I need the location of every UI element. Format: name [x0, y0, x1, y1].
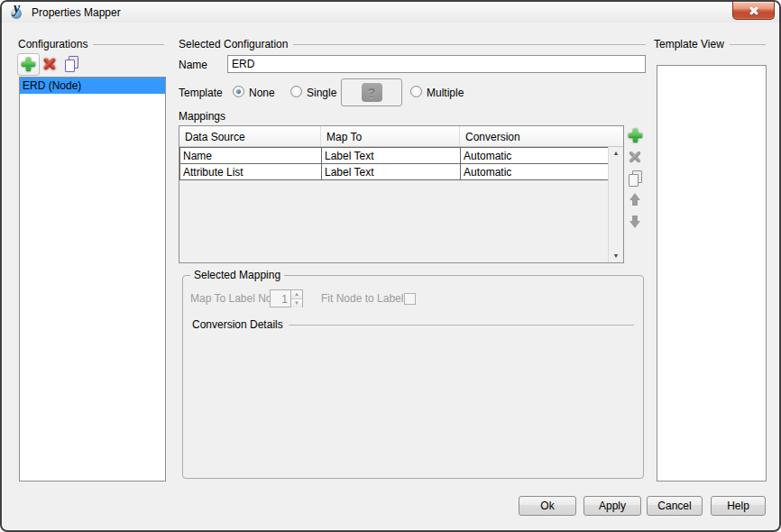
cell-conversion[interactable]: Automatic — [460, 163, 609, 180]
name-input[interactable] — [227, 55, 646, 73]
move-mapping-down-button[interactable] — [627, 213, 643, 229]
separator — [289, 325, 634, 326]
delete-mapping-button[interactable] — [627, 149, 643, 165]
cell-data-source[interactable]: Attribute List — [179, 163, 322, 180]
separator — [293, 44, 646, 45]
add-mapping-button[interactable] — [627, 127, 643, 143]
template-radio-multiple[interactable] — [410, 86, 422, 97]
template-placeholder-icon: ? — [362, 83, 382, 102]
template-radio-single[interactable] — [290, 86, 302, 97]
template-label: Template — [179, 87, 223, 99]
cell-data-source[interactable]: Name — [179, 147, 322, 164]
mappings-table-header: Data Source Map To Conversion — [179, 126, 623, 147]
column-header-data-source[interactable]: Data Source — [179, 126, 321, 146]
configurations-title-label: Configurations — [18, 38, 93, 50]
separator — [93, 44, 164, 45]
configurations-list[interactable]: ERD (Node) — [19, 77, 166, 482]
template-image-button[interactable]: ? — [341, 78, 402, 106]
name-label: Name — [179, 59, 207, 71]
cell-map-to[interactable]: Label Text — [321, 147, 461, 164]
template-radio-none-label[interactable]: None — [249, 87, 275, 99]
help-button[interactable]: Help — [711, 496, 766, 516]
template-view-title-label: Template View — [654, 38, 730, 50]
spinner-value: 1 — [271, 290, 290, 307]
conversion-details-title-label: Conversion Details — [192, 318, 289, 331]
move-up-icon — [629, 193, 641, 206]
scroll-up-icon[interactable]: ▲ — [609, 149, 623, 158]
fit-node-to-label-checkbox[interactable] — [404, 293, 416, 305]
mappings-label: Mappings — [179, 110, 225, 123]
table-row: Name Label Text Automatic — [179, 147, 609, 164]
template-radio-single-label[interactable]: Single — [307, 87, 336, 99]
spinner-buttons[interactable]: ▲ ▼ — [290, 290, 302, 307]
column-header-map-to[interactable]: Map To — [321, 126, 460, 146]
delete-configuration-button[interactable] — [41, 56, 58, 72]
template-view-panel[interactable] — [657, 65, 767, 482]
list-item[interactable]: ERD (Node) — [20, 78, 165, 94]
spinner-up-icon[interactable]: ▲ — [291, 290, 302, 299]
delete-icon — [42, 57, 57, 71]
duplicate-configuration-button[interactable] — [63, 55, 80, 72]
duplicate-mapping-button[interactable] — [627, 170, 643, 186]
selected-mapping-group: Selected Mapping Map To Label No. 1 ▲ ▼ … — [182, 275, 644, 479]
title-bar[interactable]: y Properties Mapper — [2, 2, 779, 23]
selected-configuration-group-title: Selected Configuration — [179, 38, 646, 50]
table-row: Attribute List Label Text Automatic — [179, 163, 609, 180]
conversion-details-group-title: Conversion Details — [192, 318, 634, 331]
apply-button[interactable]: Apply — [583, 496, 641, 516]
spinner-down-icon[interactable]: ▼ — [291, 299, 302, 307]
move-down-icon — [629, 215, 641, 228]
duplicate-icon — [628, 170, 643, 186]
template-radio-none[interactable] — [233, 86, 244, 97]
properties-mapper-dialog: y Properties Mapper Configurations ERD (… — [0, 0, 781, 532]
add-icon — [629, 129, 642, 142]
separator — [730, 44, 766, 45]
app-logo-icon: y — [10, 5, 25, 20]
delete-icon — [628, 150, 642, 164]
app-logo-letter: y — [14, 1, 20, 15]
template-view-group-title: Template View — [654, 38, 766, 50]
cell-conversion[interactable]: Automatic — [460, 147, 609, 164]
selected-configuration-title-label: Selected Configuration — [179, 38, 293, 50]
close-button[interactable] — [732, 2, 775, 20]
window-title: Properties Mapper — [32, 6, 121, 19]
close-icon — [749, 5, 758, 15]
add-configuration-button[interactable] — [17, 53, 40, 76]
fit-node-to-label-label: Fit Node to Label — [321, 292, 403, 305]
map-to-label-no-spinner[interactable]: 1 ▲ ▼ — [270, 289, 303, 307]
duplicate-icon — [64, 56, 79, 71]
configurations-group-title: Configurations — [18, 38, 164, 50]
map-to-label-no-label: Map To Label No. — [190, 292, 275, 305]
add-icon — [22, 58, 35, 71]
cell-map-to[interactable]: Label Text — [321, 163, 461, 180]
move-mapping-up-button[interactable] — [627, 191, 643, 207]
scroll-down-icon[interactable]: ▼ — [609, 252, 623, 261]
column-header-conversion[interactable]: Conversion — [460, 126, 623, 146]
template-radio-multiple-label[interactable]: Multiple — [427, 87, 464, 99]
mappings-table: Data Source Map To Conversion Name Label… — [179, 125, 624, 263]
selected-mapping-title: Selected Mapping — [190, 269, 284, 281]
cancel-button[interactable]: Cancel — [647, 496, 703, 516]
ok-button[interactable]: Ok — [519, 496, 576, 516]
table-vertical-scrollbar[interactable]: ▲ ▼ — [608, 147, 623, 262]
